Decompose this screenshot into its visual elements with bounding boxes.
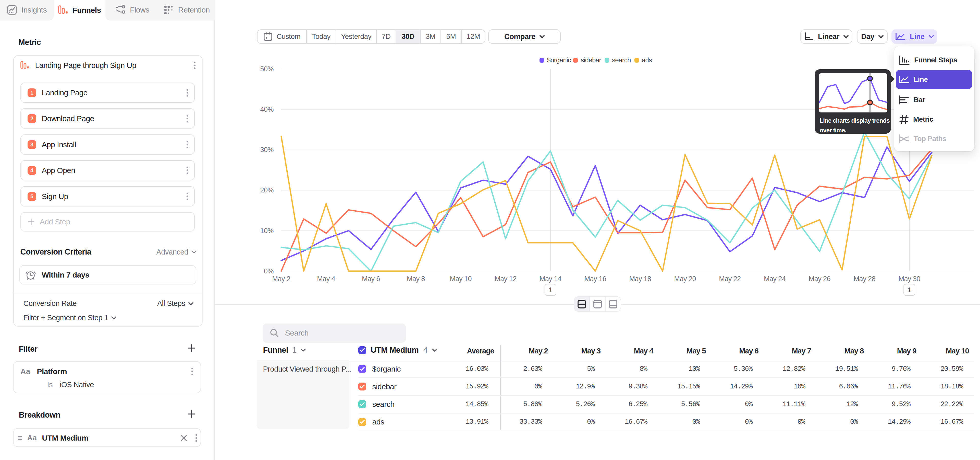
svg-text:1: 1 <box>907 286 911 294</box>
svg-text:May 28: May 28 <box>854 275 876 283</box>
svg-text:May 22: May 22 <box>719 275 741 283</box>
svg-text:May 6: May 6 <box>362 275 380 283</box>
svg-text:30%: 30% <box>260 146 274 153</box>
svg-text:May 14: May 14 <box>539 275 562 283</box>
svg-text:50%: 50% <box>260 65 274 73</box>
svg-text:May 18: May 18 <box>629 275 651 283</box>
svg-text:20%: 20% <box>260 186 274 194</box>
svg-text:May 24: May 24 <box>764 275 786 283</box>
svg-text:1: 1 <box>549 286 552 294</box>
svg-text:May 8: May 8 <box>407 275 425 283</box>
svg-text:10%: 10% <box>260 227 274 235</box>
svg-text:May 16: May 16 <box>584 275 606 283</box>
svg-text:May 30: May 30 <box>898 275 920 283</box>
svg-text:40%: 40% <box>260 105 274 113</box>
svg-text:May 12: May 12 <box>495 275 517 283</box>
svg-text:May 10: May 10 <box>450 275 472 283</box>
svg-text:May 26: May 26 <box>809 275 831 283</box>
svg-text:May 4: May 4 <box>317 275 335 283</box>
svg-text:May 20: May 20 <box>674 275 696 283</box>
svg-text:0%: 0% <box>264 267 274 275</box>
svg-text:May 2: May 2 <box>272 275 290 283</box>
